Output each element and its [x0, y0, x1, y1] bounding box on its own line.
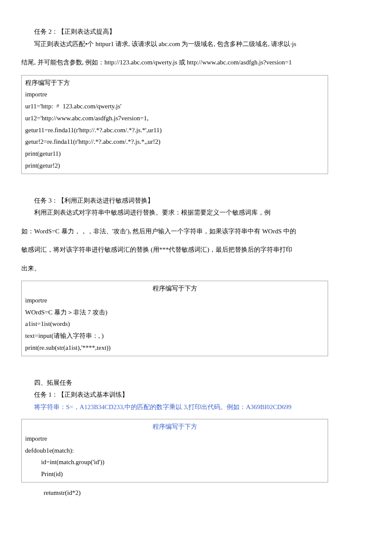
task3-desc-line3: 敏感词汇，将对该字符串进行敏感词汇的替换 (用***代替敏感词汇)，最后把替换后… — [21, 244, 328, 256]
code-header: 程序编写于下方 — [25, 283, 324, 295]
code-line: defdoub1e(match): — [25, 445, 324, 457]
code-line: text=input(请输入字符串：, ) — [25, 330, 324, 342]
ext-task1-desc: 将字符串：S=，A123B34CD233,中的匹配的数字乘以 3,打印出代码。例… — [21, 401, 328, 413]
code-line: getur!2=re.finda11(r'http://.*?.abc.com/… — [25, 136, 324, 148]
ext-task1-title: 任务 1：【正则表达式基本训练】 — [21, 389, 328, 401]
code-line: a1ist=1ist(words) — [25, 318, 324, 330]
code-line: getur11=re.finda11(r'http://.*?.abc.com/… — [25, 125, 324, 137]
code-line: Print(id) — [25, 468, 324, 480]
code-line: id=int(match.group('id')) — [25, 456, 324, 468]
code-line: print(getur!2) — [25, 160, 324, 172]
code-line-after-box: retumstr(id*2) — [21, 487, 328, 499]
code-line: WOrdS=C 暴力＞非法 7 攻击) — [25, 307, 324, 319]
task3-code-box: 程序编写于下方 importre WOrdS=C 暴力＞非法 7 攻击) a1i… — [21, 281, 328, 356]
task2-title: 任务 2：【正则表达式提高】 — [21, 26, 328, 38]
task2-desc-line1: 写正则表达式匹配•个 httpur1 请求, 该请求以 abc.com 为一级域… — [21, 38, 328, 50]
task3-desc-line1: 利用正则表达式对字符串中敏感词进行替换。要求：根据需要定义一个敏感词库，例 — [21, 206, 328, 219]
task3-desc-line4: 出来。 — [21, 262, 328, 275]
task2-desc-line2: 结尾, 并可能包含参数, 例如：http://123.abc.com/qwert… — [21, 56, 328, 69]
code-header: 程序编写于下方 — [25, 421, 324, 433]
code-line: ur11='http: 〃 123.abc.com/qwerty.js' — [25, 101, 324, 113]
task2-code-box: 程序编写于下方 importre ur11='http: 〃 123.abc.c… — [21, 75, 328, 174]
code-line: importre — [25, 295, 324, 307]
task3-desc-line2: 如：WordS=C 暴力，，，非法、'攻击'), 然后用户输入一个字符串，如果该… — [21, 225, 328, 238]
code-line: print(getur11) — [25, 148, 324, 160]
code-line: print(re.sub(str(a1ist),'****,text)) — [25, 342, 324, 354]
code-line: ur12='http://www.abc.com/asdfgh.js7versi… — [25, 113, 324, 125]
extension-heading: 四、拓展任务 — [21, 377, 328, 389]
code-line: importre — [25, 433, 324, 445]
code-header: 程序编写于下方 — [25, 77, 324, 89]
task3-title: 任务 3：【利用正则表达进行敏感词替换】 — [21, 195, 328, 207]
ext-task1-code-box: 程序编写于下方 importre defdoub1e(match): id=in… — [21, 419, 328, 482]
code-line: importre — [25, 89, 324, 101]
